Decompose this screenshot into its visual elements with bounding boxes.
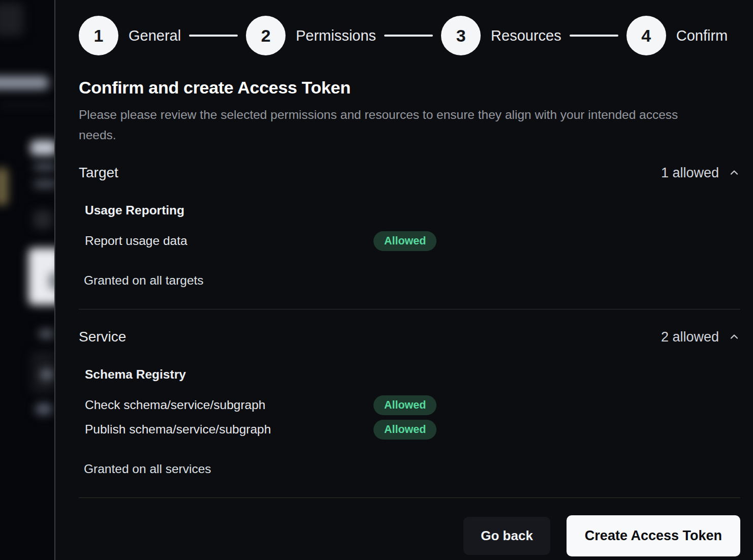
blurred-heading-text: [30, 140, 54, 155]
step-confirm[interactable]: 4 Confirm: [626, 16, 728, 55]
group-heading: Schema Registry: [85, 367, 740, 382]
blurred-nav-text: [0, 76, 49, 89]
modal-footer: Go back Create Access Token: [79, 515, 740, 556]
permission-label: Publish schema/service/subgraph: [85, 422, 373, 437]
create-access-token-modal: 1 General 2 Permissions 3 Resources 4 Co…: [54, 0, 753, 560]
step-number-badge: 2: [246, 16, 286, 55]
status-badge-allowed: Allowed: [373, 231, 436, 251]
step-number-badge: 4: [626, 16, 666, 55]
chevron-up-icon: [728, 331, 740, 343]
section-title: Target: [79, 165, 118, 181]
step-connector: [570, 35, 618, 37]
blurred-card-logo: [49, 272, 54, 290]
blurred-divider: [0, 105, 54, 106]
status-badge-allowed: Allowed: [373, 420, 436, 440]
section-title: Service: [79, 329, 126, 345]
allowed-count: 1 allowed: [661, 165, 719, 181]
granted-note: Granted on all services: [79, 462, 740, 476]
screen: 1 General 2 Permissions 3 Resources 4 Co…: [0, 0, 753, 560]
blurred-label-text: [39, 329, 54, 338]
blurred-accent-blob: [0, 168, 8, 205]
blurred-logo-tile: [0, 3, 23, 36]
page-title: Confirm and create Access Token: [79, 78, 740, 98]
step-label: Confirm: [676, 27, 728, 44]
step-general[interactable]: 1 General: [79, 16, 181, 55]
blurred-body-text: [34, 163, 54, 171]
permission-group-usage-reporting: Usage Reporting Report usage data Allowe…: [79, 203, 740, 251]
collapse-toggle-service[interactable]: 2 allowed: [661, 329, 740, 345]
permission-label: Check schema/service/subgraph: [85, 398, 373, 412]
collapse-toggle-target[interactable]: 1 allowed: [661, 165, 740, 181]
section-header-target: Target 1 allowed: [79, 165, 740, 181]
section-divider: [79, 309, 740, 309]
step-connector: [384, 35, 433, 37]
permission-label: Report usage data: [85, 234, 373, 248]
blurred-body-text: [34, 180, 54, 188]
group-heading: Usage Reporting: [85, 203, 740, 217]
blurred-icon-tile: [34, 210, 52, 229]
step-label: Resources: [491, 27, 561, 44]
wizard-stepper: 1 General 2 Permissions 3 Resources 4 Co…: [79, 16, 740, 55]
permission-row: Report usage data Allowed: [85, 231, 740, 251]
permission-group-schema-registry: Schema Registry Check schema/service/sub…: [79, 367, 740, 440]
step-permissions[interactable]: 2 Permissions: [246, 16, 376, 55]
status-badge-allowed: Allowed: [373, 395, 436, 415]
footer-divider: [79, 497, 740, 498]
permission-row: Publish schema/service/subgraph Allowed: [85, 419, 740, 440]
step-resources[interactable]: 3 Resources: [441, 16, 561, 55]
chevron-up-icon: [728, 167, 740, 179]
background-app-blurred: [0, 0, 54, 560]
granted-note: Granted on all targets: [79, 273, 740, 288]
permission-row: Check schema/service/subgraph Allowed: [85, 395, 740, 415]
allowed-count: 2 allowed: [661, 329, 719, 345]
step-number-badge: 3: [441, 16, 481, 55]
blurred-label-text: [36, 403, 52, 415]
step-label: Permissions: [296, 27, 376, 44]
step-label: General: [129, 27, 181, 44]
step-number-badge: 1: [79, 16, 118, 55]
blurred-label-text: [41, 369, 53, 380]
page-description: Please please review the selected permis…: [79, 105, 709, 145]
step-connector: [189, 35, 238, 37]
go-back-button[interactable]: Go back: [463, 517, 550, 555]
section-header-service: Service 2 allowed: [79, 329, 740, 345]
create-access-token-button[interactable]: Create Access Token: [567, 515, 740, 556]
